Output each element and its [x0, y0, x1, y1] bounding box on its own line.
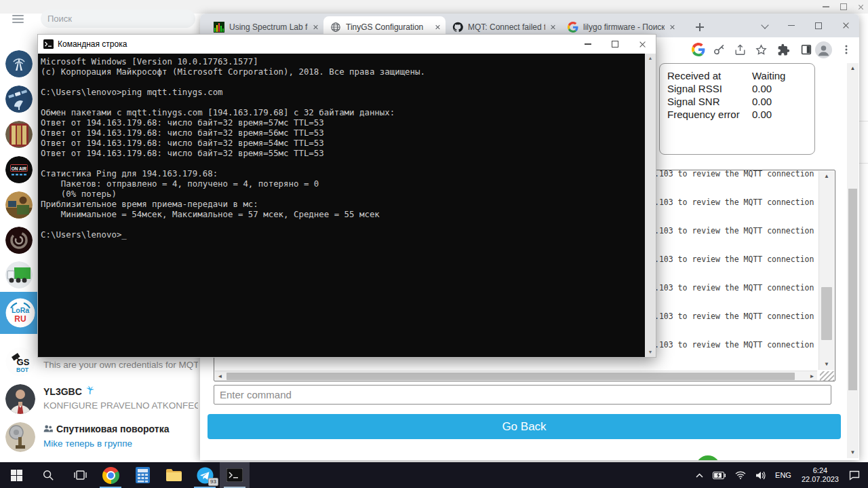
volume-icon[interactable]: [751, 462, 770, 488]
cmd-window-title: Командная строка: [58, 39, 127, 49]
restore-icon[interactable]: [840, 3, 847, 10]
scrollbar-thumb[interactable]: [821, 287, 832, 340]
google-logo-icon[interactable]: [690, 41, 707, 58]
scrollbar-thumb[interactable]: [848, 189, 857, 390]
chat-subtitle: Mike теперь в группе: [43, 438, 132, 449]
chat-avatar: [5, 422, 35, 452]
tab-search-chevron-icon[interactable]: [761, 21, 768, 29]
log-line: .103 to review the MQTT connection: [654, 226, 814, 236]
telegram-badge: 93: [208, 478, 218, 486]
language-indicator[interactable]: ENG: [770, 462, 796, 488]
scroll-down-icon[interactable]: ▼: [645, 348, 656, 357]
cmd-titlebar[interactable]: Командная строка: [38, 35, 656, 54]
task-view-button[interactable]: [65, 462, 95, 488]
plus-icon: [696, 23, 704, 31]
log-line: .103 to review the MQTT connection: [654, 283, 814, 293]
log-line: .103 to review the MQTT connection: [654, 170, 814, 179]
scroll-left-icon[interactable]: ◄: [215, 371, 225, 381]
scroll-up-icon[interactable]: ▲: [645, 54, 656, 63]
console-horizontal-scrollbar[interactable]: ◄ ►: [215, 371, 817, 381]
star-icon[interactable]: [752, 41, 770, 58]
globe-icon: [330, 22, 341, 33]
minimize-icon[interactable]: [788, 25, 795, 26]
chat-avatar: ON AIR: [5, 156, 33, 183]
close-icon[interactable]: [842, 22, 850, 29]
search-input[interactable]: Поиск: [41, 10, 195, 28]
telemetry-row: Received atWaiting: [667, 69, 814, 82]
new-tab-button[interactable]: [692, 20, 708, 34]
page-scrollbar[interactable]: ▲ ▼: [847, 63, 859, 458]
taskbar-chrome-button[interactable]: [96, 462, 125, 488]
telemetry-value: Waiting: [752, 70, 785, 81]
tab-close-icon[interactable]: [435, 24, 440, 30]
scroll-down-icon[interactable]: ▼: [847, 447, 859, 458]
console-vertical-scrollbar[interactable]: ▲ ▼: [818, 171, 834, 370]
telemetry-label: Signal SNR: [667, 95, 752, 108]
cmd-terminal[interactable]: Microsoft Windows [Version 10.0.17763.15…: [38, 54, 656, 357]
telemetry-panel: Received atWaitingSignal RSSI0.00Signal …: [659, 63, 815, 155]
group-icon: [43, 424, 53, 434]
key-icon[interactable]: [710, 41, 728, 58]
reader-mode-icon[interactable]: [797, 41, 815, 58]
scrollbar-thumb[interactable]: [226, 373, 795, 380]
tinygs-logo: [696, 455, 720, 460]
spectrum-lab-icon: [214, 22, 224, 33]
tab-title: lilygo firmware - Поиск: [583, 22, 665, 32]
taskbar-explorer-button[interactable]: [159, 462, 189, 488]
clock-date: 22.07.2023: [802, 475, 839, 484]
svg-text:RU: RU: [14, 314, 26, 324]
log-line: .103 to review the MQTT connection: [654, 198, 814, 207]
telemetry-row: Signal SNR0.00: [667, 95, 814, 108]
taskbar-calculator-button[interactable]: [127, 462, 157, 488]
chat-avatar: [5, 121, 33, 148]
resize-grip[interactable]: [820, 371, 834, 381]
go-back-button[interactable]: Go Back: [208, 414, 841, 439]
battery-icon[interactable]: [708, 462, 730, 488]
divider: [859, 163, 868, 164]
menu-button[interactable]: [12, 15, 24, 23]
maximize-button[interactable]: [601, 35, 629, 54]
maximize-icon[interactable]: [815, 22, 822, 29]
minimize-button[interactable]: [574, 35, 601, 54]
taskbar-telegram-button[interactable]: 93: [190, 462, 220, 488]
minimize-icon[interactable]: [823, 6, 829, 7]
svg-text:LoRa: LoRa: [12, 306, 29, 314]
tab-close-icon[interactable]: [550, 24, 555, 30]
extensions-icon[interactable]: [774, 41, 792, 58]
chat-avatar: LoRaRU: [5, 298, 35, 328]
telemetry-label: Received at: [667, 69, 752, 82]
clock-time: 6:24: [802, 466, 839, 475]
tray-chevron-up-icon[interactable]: [691, 462, 708, 488]
scroll-up-icon[interactable]: ▲: [819, 171, 834, 182]
command-input[interactable]: [214, 385, 831, 405]
scroll-down-icon[interactable]: ▼: [819, 359, 834, 370]
cmd-window: Командная строка Microsoft Windows [Vers…: [37, 34, 656, 358]
close-button[interactable]: [629, 35, 656, 54]
cmd-scrollbar[interactable]: ▲ ▼: [645, 54, 656, 357]
svg-text:BOT: BOT: [16, 367, 29, 373]
telemetry-value: 0.00: [752, 83, 772, 94]
divider: [859, 121, 868, 121]
chat-avatar: [5, 261, 33, 288]
rotator-group-chat[interactable]: Спутниковая повороткаMike теперь в групп…: [0, 418, 200, 456]
telemetry-row: Frequency error0.00: [667, 108, 814, 121]
yl3gbc-chat[interactable]: YL3GBCKONFIGURE PRAVELNO ATKONFEGIROVA: [0, 380, 200, 418]
share-icon[interactable]: [731, 41, 749, 58]
taskbar-cmd-button[interactable]: [220, 462, 250, 488]
start-button[interactable]: [1, 462, 31, 488]
action-center-icon[interactable]: [844, 462, 868, 488]
profile-icon[interactable]: [814, 41, 832, 58]
menu-dots-icon[interactable]: [837, 41, 855, 58]
clock[interactable]: 6:24 22.07.2023: [796, 466, 844, 484]
scroll-up-icon[interactable]: ▲: [847, 63, 859, 74]
taskbar-search-button[interactable]: [33, 462, 63, 488]
wifi-icon[interactable]: [730, 462, 751, 488]
close-icon[interactable]: [858, 4, 864, 10]
scroll-right-icon[interactable]: ►: [807, 371, 817, 381]
tab-close-icon[interactable]: [313, 24, 318, 30]
tab-close-icon[interactable]: [669, 24, 675, 30]
svg-text:GS: GS: [17, 357, 30, 367]
telemetry-value: 0.00: [752, 96, 772, 107]
tab-title: MQT: Connect failed to: [468, 22, 545, 32]
taskbar: 93 ENG 6:24 22.07.2023: [0, 462, 868, 488]
